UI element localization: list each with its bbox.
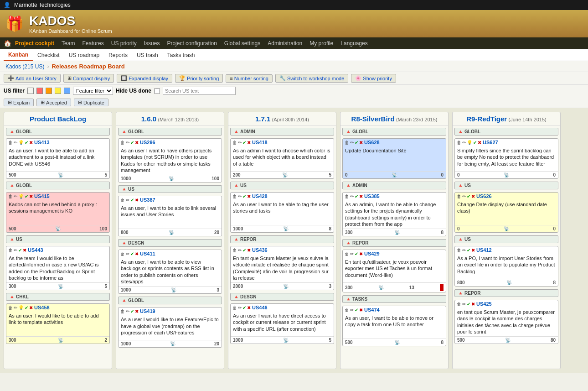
card-edit-icon[interactable]: ✏ xyxy=(14,305,17,310)
us-card-US413[interactable]: 🗑✏💡✔✖ US413 As an user, I want to be abl… xyxy=(6,138,110,179)
home-icon[interactable]: 🏠 xyxy=(4,40,11,47)
card-edit-icon[interactable]: ✏ xyxy=(238,305,242,310)
card-close-icon[interactable]: ✖ xyxy=(471,194,475,199)
card-id-label[interactable]: US436 xyxy=(252,247,268,253)
card-id-label[interactable]: US413 xyxy=(34,140,50,145)
us-card-US446[interactable]: 🗑✏✔✖ US446 As an user I want to have dir… xyxy=(230,303,334,344)
card-check-icon[interactable]: ✔ xyxy=(355,251,358,256)
us-card-US415[interactable]: 🗑✏💡✔✖ US415 Kados can not be used behind… xyxy=(6,192,110,233)
us-card-US443[interactable]: 🗑✏✔✖ US443 As the team I would like to b… xyxy=(6,246,110,290)
card-edit-icon[interactable]: ✏ xyxy=(126,251,129,256)
workshop-label[interactable]: Switch to workshop mode xyxy=(287,76,344,81)
card-check-icon[interactable]: ✔ xyxy=(355,194,358,199)
card-close-icon[interactable]: ✖ xyxy=(23,248,26,253)
nav-my-profile[interactable]: My profile xyxy=(306,38,337,48)
card-close-icon[interactable]: ✖ xyxy=(135,251,139,256)
expanded-display-button[interactable]: 🔲 Expanded display xyxy=(117,74,172,83)
us-card-US628[interactable]: 🗑✏✔✖ US628 Update Documentation Site 0 📡… xyxy=(342,138,446,179)
card-edit-icon[interactable]: ✏ xyxy=(126,140,129,145)
rss-icon[interactable]: 📡 xyxy=(169,230,174,235)
rss-icon[interactable]: 📡 xyxy=(394,340,400,345)
card-close-icon[interactable]: ✖ xyxy=(29,140,33,145)
card-trash-icon[interactable]: 🗑 xyxy=(232,140,237,145)
card-id-label[interactable]: US627 xyxy=(483,140,498,145)
nav-administration[interactable]: Administration xyxy=(264,38,306,48)
card-edit-icon[interactable]: ✏ xyxy=(238,248,242,253)
add-us-label[interactable]: Add an User Story xyxy=(15,76,57,81)
card-edit-icon[interactable]: ✏ xyxy=(350,194,354,199)
card-close-icon[interactable]: ✖ xyxy=(359,140,363,145)
card-check-icon[interactable]: ✔ xyxy=(473,140,477,145)
us-card-US296[interactable]: 🗑✏✔✖ US296 As an user I want to have oth… xyxy=(118,138,222,182)
us-card-US428[interactable]: 🗑✏✔✖ US428 As an user I want to be able … xyxy=(230,192,334,233)
card-edit-icon[interactable]: ✏ xyxy=(462,302,466,307)
card-trash-icon[interactable]: 🗑 xyxy=(345,308,349,313)
card-trash-icon[interactable]: 🗑 xyxy=(8,140,13,145)
us-card-US419[interactable]: 🗑✏✔✖ US419 As a user I would like to use… xyxy=(118,307,222,348)
card-edit-icon[interactable]: ✏ xyxy=(126,198,129,203)
subnav-tasks-trash[interactable]: Tasks trash xyxy=(163,50,200,60)
card-close-icon[interactable]: ✖ xyxy=(29,305,33,310)
nav-project-cockpit[interactable]: Project cockpit xyxy=(11,38,58,48)
us-card-US412[interactable]: 🗑✏✔✖ US412 As a PO, I want to import Use… xyxy=(454,246,558,287)
card-edit-icon[interactable]: ✏ xyxy=(350,140,354,145)
card-trash-icon[interactable]: 🗑 xyxy=(345,251,349,256)
number-sort-label[interactable]: Number sorting xyxy=(234,76,268,81)
card-close-icon[interactable]: ✖ xyxy=(29,194,33,199)
nav-team[interactable]: Team xyxy=(58,38,78,48)
card-trash-icon[interactable]: 🗑 xyxy=(232,194,237,199)
us-card-US387[interactable]: 🗑✏✔✖ US387 As an user, I want to be able… xyxy=(118,196,222,236)
card-trash-icon[interactable]: 🗑 xyxy=(120,251,125,256)
card-trash-icon[interactable]: 🗑 xyxy=(8,305,13,310)
nav-global-settings[interactable]: Global settings xyxy=(221,38,264,48)
subnav-us-trash[interactable]: US trash xyxy=(132,50,163,60)
accepted-button[interactable]: ⊞ Accepted xyxy=(36,99,71,106)
nav-features[interactable]: Features xyxy=(78,38,107,48)
card-id-label[interactable]: US626 xyxy=(476,193,492,199)
us-card-US626[interactable]: 🗑✏✔✖ US626 Change Date display (use stan… xyxy=(454,192,558,233)
card-edit-icon[interactable]: ✏ xyxy=(14,140,17,145)
filter-color-yellow[interactable] xyxy=(55,88,61,94)
card-id-label[interactable]: US428 xyxy=(252,193,268,199)
rss-icon[interactable]: 📡 xyxy=(171,287,176,292)
card-id-label[interactable]: US419 xyxy=(140,308,155,314)
card-check-icon[interactable]: ✔ xyxy=(130,251,134,256)
rss-icon[interactable]: 📡 xyxy=(58,284,63,289)
show-priority-label[interactable]: Show priority xyxy=(363,76,392,81)
filter-color-red[interactable] xyxy=(36,88,43,94)
priority-sort-button[interactable]: 🏆 Priority sorting xyxy=(175,74,223,83)
us-card-US411[interactable]: 🗑✏✔✖ US411 As an user, I want to be able… xyxy=(118,250,222,294)
card-trash-icon[interactable]: 🗑 xyxy=(8,248,13,253)
card-bulb-icon[interactable]: 💡 xyxy=(18,140,24,145)
card-id-label[interactable]: US418 xyxy=(252,140,268,145)
filter-color-orange[interactable] xyxy=(46,88,52,94)
card-close-icon[interactable]: ✖ xyxy=(247,140,251,145)
us-card-US627[interactable]: 🗑✏💡✔✖ US627 Simplify filters since the s… xyxy=(454,138,558,179)
card-trash-icon[interactable]: 🗑 xyxy=(457,302,461,307)
card-check-icon[interactable]: ✔ xyxy=(242,140,246,145)
rss-icon[interactable]: 📡 xyxy=(392,172,397,177)
card-edit-icon[interactable]: ✏ xyxy=(126,309,129,314)
card-bulb-icon[interactable]: 💡 xyxy=(467,140,472,145)
compact-label[interactable]: Compact display xyxy=(73,76,110,81)
us-card-US458[interactable]: 🗑✏💡✔✖ US458 As an user, I would like to … xyxy=(6,303,110,344)
card-close-icon[interactable]: ✖ xyxy=(135,140,139,145)
card-check-icon[interactable]: ✔ xyxy=(242,248,246,253)
subnav-kanban[interactable]: Kanban xyxy=(4,50,33,61)
rss-icon[interactable]: 📡 xyxy=(504,226,509,231)
card-close-icon[interactable]: ✖ xyxy=(359,251,363,256)
subnav-reports[interactable]: Reports xyxy=(104,50,132,60)
card-edit-icon[interactable]: ✏ xyxy=(462,194,466,199)
card-id-label[interactable]: US628 xyxy=(364,140,380,145)
rss-icon[interactable]: 📡 xyxy=(378,285,384,290)
card-close-icon[interactable]: ✖ xyxy=(135,198,139,203)
feature-filter-select[interactable]: Feature filter xyxy=(73,87,113,95)
card-close-icon[interactable]: ✖ xyxy=(247,305,251,310)
card-edit-icon[interactable]: ✏ xyxy=(462,140,466,145)
hide-done-checkbox[interactable] xyxy=(154,88,160,94)
nav-us-priority[interactable]: US priority xyxy=(108,38,140,48)
card-close-icon[interactable]: ✖ xyxy=(471,302,475,307)
breadcrumb-root[interactable]: Kados (215 US) xyxy=(5,63,44,70)
card-id-label[interactable]: US412 xyxy=(476,247,492,253)
card-id-label[interactable]: US446 xyxy=(252,305,268,310)
